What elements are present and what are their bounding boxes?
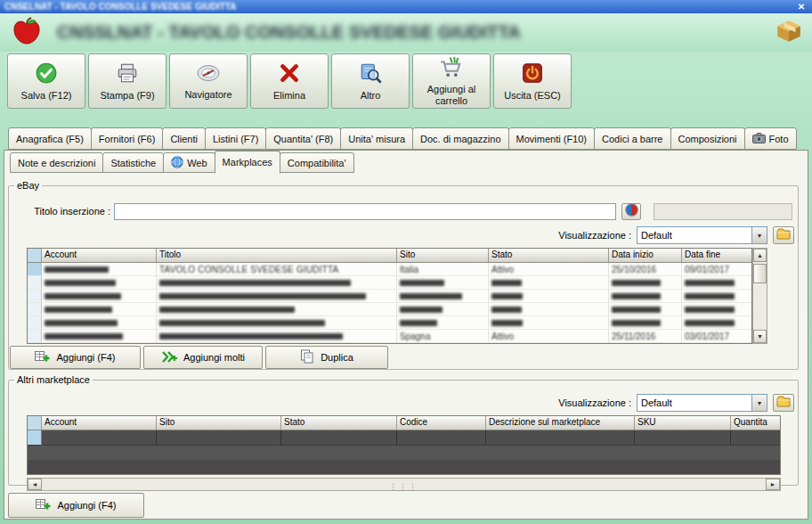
- tab-quantita[interactable]: Quantita' (F8): [265, 127, 341, 150]
- scroll-track[interactable]: [42, 479, 766, 490]
- titolo-inserzione-label: Titolo inserzione :: [9, 206, 110, 217]
- tab-unita-misura[interactable]: Unita' misura: [340, 127, 413, 150]
- print-button[interactable]: Stampa (F9): [88, 53, 166, 109]
- tab-compatibilita[interactable]: Compatibilita': [280, 152, 354, 173]
- redacted-text: [685, 280, 735, 286]
- column-header-stato[interactable]: Stato: [281, 416, 397, 430]
- altri-table-hscrollbar[interactable]: ◄ ►: [27, 478, 781, 491]
- row-selector[interactable]: [28, 263, 42, 275]
- scroll-left-icon[interactable]: ◄: [28, 479, 42, 490]
- scroll-grip: [389, 477, 418, 493]
- tab-statistiche[interactable]: Statistiche: [102, 152, 164, 173]
- redacted-text: [400, 293, 462, 299]
- redacted-text: [159, 307, 295, 313]
- cell-stato: Attivo: [491, 265, 514, 274]
- altri-group-label: Altri marketplace: [14, 374, 93, 385]
- scroll-up-icon[interactable]: ▲: [753, 249, 767, 262]
- button-label: Elimina: [272, 90, 307, 102]
- ebay-secondary-field: [654, 203, 792, 220]
- column-header-titolo[interactable]: Titolo: [157, 249, 397, 262]
- inner-tabs: Note e descrizioni Statistiche Web Markp…: [10, 152, 353, 174]
- tab-foto[interactable]: Foto: [744, 127, 797, 150]
- empty-grid-area: [28, 460, 780, 474]
- row-selector[interactable]: [28, 290, 42, 302]
- column-header-data-inizio[interactable]: Data inizio: [609, 249, 682, 262]
- tab-clienti[interactable]: Clienti: [162, 127, 206, 150]
- empty-row[interactable]: [28, 430, 780, 446]
- column-header-sku[interactable]: SKU: [635, 416, 731, 430]
- tab-web[interactable]: Web: [163, 152, 215, 173]
- visualizzazione-label: Visualizzazione :: [558, 230, 631, 241]
- redacted-text: [45, 320, 118, 326]
- redacted-text: [685, 320, 735, 326]
- duplicate-button[interactable]: Duplica: [265, 346, 388, 369]
- column-header-codice[interactable]: Codice: [397, 416, 486, 430]
- navigator-button[interactable]: Navigatore: [169, 53, 248, 109]
- delete-button[interactable]: Elimina: [250, 53, 329, 109]
- redacted-text: [45, 266, 109, 273]
- column-header-stato[interactable]: Stato: [489, 249, 609, 262]
- column-header-account[interactable]: Account: [42, 249, 157, 262]
- scroll-down-icon[interactable]: ▼: [753, 330, 767, 343]
- chevron-down-icon[interactable]: ▼: [751, 227, 767, 243]
- toolbar: Salva (F12) Stampa (F9) Navigatore Elimi…: [7, 53, 572, 109]
- column-header-sito[interactable]: Sito: [397, 249, 489, 262]
- column-header-account[interactable]: Account: [42, 416, 157, 430]
- tab-listini[interactable]: Listini (F7): [205, 127, 266, 150]
- redacted-text: [612, 280, 661, 286]
- altri-visualizzazione-row: Visualizzazione : Default ▼: [558, 394, 794, 412]
- table-row[interactable]: [28, 303, 751, 316]
- column-header-descrizione[interactable]: Descrizione sul marketplace: [486, 416, 635, 430]
- table-row[interactable]: [28, 290, 751, 303]
- folder-icon: [776, 395, 791, 411]
- column-header-sito[interactable]: Sito: [157, 416, 281, 430]
- redacted-text: [159, 293, 366, 299]
- tab-composizioni[interactable]: Composizioni: [670, 127, 745, 150]
- add-marketplace-button[interactable]: Aggiungi (F4): [8, 493, 144, 518]
- altri-folder-button[interactable]: [773, 394, 794, 412]
- tab-doc-magazzino[interactable]: Doc. di magazzino: [412, 127, 509, 150]
- column-header-data-fine[interactable]: Data fine: [682, 249, 751, 262]
- row-selector[interactable]: [28, 330, 42, 342]
- titolo-inserzione-input[interactable]: [114, 203, 616, 220]
- tab-anagrafica[interactable]: Anagrafica (F5): [8, 127, 92, 150]
- row-selector[interactable]: [28, 303, 42, 315]
- save-button[interactable]: Salva (F12): [7, 53, 85, 109]
- close-icon[interactable]: ✕: [795, 2, 808, 12]
- chevron-down-icon[interactable]: ▼: [751, 395, 767, 411]
- add-listing-button[interactable]: Aggiungi (F4): [10, 346, 141, 369]
- apple-logo-icon: [11, 16, 43, 50]
- tab-movimenti[interactable]: Movimenti (F10): [508, 127, 595, 150]
- redacted-text: [45, 333, 123, 340]
- package-icon[interactable]: [776, 20, 801, 46]
- exit-button[interactable]: Uscita (ESC): [493, 53, 572, 109]
- table-row[interactable]: [28, 276, 751, 290]
- add-many-button[interactable]: Aggiungi molti: [143, 346, 263, 369]
- scroll-track[interactable]: [753, 262, 767, 330]
- other-button[interactable]: Altro: [331, 53, 410, 109]
- column-header-quantita[interactable]: Quantita: [731, 416, 780, 430]
- tab-markplaces[interactable]: Markplaces: [215, 151, 280, 174]
- row-selector[interactable]: [28, 430, 42, 446]
- altri-table: Account Sito Stato Codice Descrizione su…: [27, 415, 781, 475]
- table-row[interactable]: Spagna Attivo 25/11/2016 03/01/2017: [28, 330, 751, 343]
- add-to-cart-button[interactable]: Aggiungi al carrello: [412, 53, 491, 109]
- redacted-text: [45, 293, 121, 299]
- ebay-globe-button[interactable]: [621, 203, 641, 220]
- cell-titolo: TAVOLO CONSOLLE SVEDESE GIUDITTA: [159, 265, 338, 274]
- redacted-text: [491, 307, 522, 313]
- tab-codici-barre[interactable]: Codici a barre: [594, 127, 670, 150]
- table-row[interactable]: TAVOLO CONSOLLE SVEDESE GIUDITTA Italia …: [28, 263, 751, 276]
- row-selector[interactable]: [28, 316, 42, 329]
- row-selector[interactable]: [28, 276, 42, 289]
- ebay-visualizzazione-select[interactable]: Default ▼: [637, 226, 767, 244]
- table-row[interactable]: [28, 316, 751, 330]
- ebay-folder-button[interactable]: [773, 226, 794, 244]
- compass-icon: [196, 62, 221, 86]
- ebay-table-vscrollbar[interactable]: ▲ ▼: [752, 248, 767, 344]
- scroll-thumb[interactable]: [753, 264, 767, 283]
- scroll-right-icon[interactable]: ►: [766, 479, 780, 490]
- tab-fornitori[interactable]: Fornitori (F6): [91, 127, 164, 150]
- altri-visualizzazione-select[interactable]: Default ▼: [637, 394, 767, 412]
- tab-note-descrizioni[interactable]: Note e descrizioni: [10, 152, 103, 173]
